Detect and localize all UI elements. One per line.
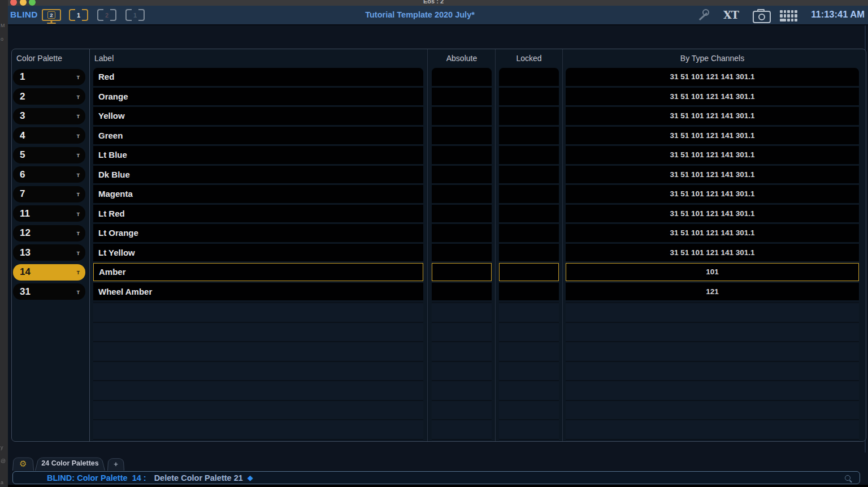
by-type-cell[interactable]: 31 51 101 121 141 301.1 bbox=[566, 68, 859, 86]
locked-cell[interactable] bbox=[499, 205, 559, 223]
by-type-cell[interactable]: 31 51 101 121 141 301.1 bbox=[566, 88, 859, 106]
absolute-cell[interactable] bbox=[432, 68, 492, 86]
column-header-absolute: Absolute bbox=[432, 53, 492, 64]
absolute-cell[interactable] bbox=[432, 263, 492, 281]
eos-screen: M o y @ a Eos : 2 BLIND 2 1 2 1 Tutorial… bbox=[0, 0, 868, 487]
search-icon[interactable] bbox=[845, 475, 850, 481]
absolute-cell[interactable] bbox=[432, 244, 492, 262]
by-type-cell[interactable]: 31 51 101 121 141 301.1 bbox=[566, 107, 859, 125]
add-tab-button[interactable]: + bbox=[107, 457, 124, 471]
absolute-cell[interactable] bbox=[432, 127, 492, 145]
window-title: Eos : 2 bbox=[423, 0, 444, 5]
by-type-cell[interactable]: 31 51 101 121 141 301.1 bbox=[566, 205, 859, 223]
palette-number-pill[interactable]: 14T bbox=[13, 264, 85, 281]
locked-cell[interactable] bbox=[499, 224, 559, 242]
close-window-button[interactable] bbox=[10, 0, 17, 6]
locked-cell[interactable] bbox=[499, 185, 559, 203]
absolute-cell[interactable] bbox=[432, 146, 492, 164]
command-prefix: BLIND: Color Palette 14 : bbox=[47, 473, 146, 482]
locked-cell[interactable] bbox=[499, 127, 559, 145]
label-cell[interactable]: Lt Blue bbox=[93, 146, 423, 164]
type-flag: T bbox=[77, 289, 80, 295]
palette-number-pill[interactable]: 6T bbox=[13, 166, 85, 183]
palette-number-pill[interactable]: 3T bbox=[13, 108, 85, 124]
type-flag: T bbox=[77, 270, 80, 275]
wand-icon[interactable] bbox=[697, 9, 710, 21]
palette-number-pill[interactable]: 7T bbox=[13, 186, 85, 202]
label-cell[interactable]: Dk Blue bbox=[93, 166, 423, 184]
label-cell[interactable]: Orange bbox=[93, 88, 423, 106]
frame-icon[interactable]: 1 bbox=[69, 9, 88, 21]
xt-swap-icon[interactable]: XT bbox=[723, 8, 739, 21]
by-type-cell[interactable]: 31 51 101 121 141 301.1 bbox=[566, 166, 859, 184]
monitor-icon[interactable]: 2 bbox=[42, 9, 61, 21]
type-flag: T bbox=[77, 231, 80, 236]
zoom-window-button[interactable] bbox=[29, 0, 36, 6]
label-cell[interactable]: Magenta bbox=[93, 185, 423, 203]
locked-cell[interactable] bbox=[499, 166, 559, 184]
column-divider bbox=[427, 49, 428, 441]
locked-cell[interactable] bbox=[499, 263, 559, 281]
column-divider bbox=[495, 49, 496, 441]
column-header-locked: Locked bbox=[499, 53, 559, 64]
edge-glyph: @ bbox=[1, 458, 6, 464]
type-flag: T bbox=[77, 250, 80, 256]
palette-number-pill[interactable]: 4T bbox=[13, 127, 85, 144]
label-cell[interactable]: Red bbox=[93, 68, 423, 86]
minimize-window-button[interactable] bbox=[20, 0, 27, 6]
absolute-cell[interactable] bbox=[432, 166, 492, 184]
command-line-input[interactable]: BLIND: Color Palette 14 : Delete Color P… bbox=[12, 471, 860, 484]
label-cell[interactable]: Wheel Amber bbox=[93, 283, 423, 301]
clock: 11:13:41 AM bbox=[811, 9, 865, 20]
locked-cell[interactable] bbox=[499, 244, 559, 262]
plus-icon: + bbox=[107, 457, 124, 471]
by-type-cell[interactable]: 101 bbox=[566, 263, 859, 281]
by-type-cell[interactable]: 31 51 101 121 141 301.1 bbox=[566, 127, 859, 145]
label-cell[interactable]: Green bbox=[93, 127, 423, 145]
absolute-cell[interactable] bbox=[432, 224, 492, 242]
by-type-cell[interactable]: 121 bbox=[566, 283, 859, 301]
label-cell[interactable]: Lt Orange bbox=[93, 224, 423, 242]
by-type-cell[interactable]: 31 51 101 121 141 301.1 bbox=[566, 146, 859, 164]
empty-grid-cell bbox=[566, 419, 859, 439]
type-flag: T bbox=[77, 192, 80, 197]
by-type-cell[interactable]: 31 51 101 121 141 301.1 bbox=[566, 185, 859, 203]
empty-grid-cell bbox=[93, 361, 423, 381]
frame-icon-inactive[interactable]: 1 bbox=[125, 9, 145, 21]
frame-icon-inactive[interactable]: 2 bbox=[97, 9, 116, 21]
palette-number-pill[interactable]: 11T bbox=[13, 205, 85, 222]
palette-number-pill[interactable]: 1T bbox=[13, 69, 85, 85]
by-type-cell[interactable]: 31 51 101 121 141 301.1 bbox=[566, 244, 859, 262]
palette-number-pill[interactable]: 5T bbox=[13, 147, 85, 163]
palette-number-pill[interactable]: 2T bbox=[13, 88, 85, 105]
palette-number-pill[interactable]: 13T bbox=[13, 244, 85, 261]
absolute-cell[interactable] bbox=[432, 283, 492, 301]
virtual-keyboard-icon[interactable] bbox=[780, 10, 797, 21]
locked-cell[interactable] bbox=[499, 88, 559, 106]
camera-snapshot-icon[interactable] bbox=[753, 11, 771, 23]
label-cell[interactable]: Lt Yellow bbox=[93, 244, 423, 262]
empty-grid-cell bbox=[499, 419, 559, 439]
absolute-cell[interactable] bbox=[432, 107, 492, 125]
empty-grid-cell bbox=[432, 380, 492, 400]
label-cell[interactable]: Yellow bbox=[93, 107, 423, 125]
by-type-cell[interactable]: 31 51 101 121 141 301.1 bbox=[566, 224, 859, 242]
palette-number-pill[interactable]: 12T bbox=[13, 225, 85, 242]
empty-grid-cell bbox=[93, 380, 423, 400]
tab-color-palettes[interactable]: 24 Color Palettes bbox=[35, 456, 105, 471]
locked-cell[interactable] bbox=[499, 68, 559, 86]
empty-grid-cell bbox=[566, 380, 859, 400]
palette-number: 31 bbox=[20, 286, 31, 298]
locked-cell[interactable] bbox=[499, 146, 559, 164]
empty-grid-cell bbox=[432, 341, 492, 361]
label-cell[interactable]: Amber bbox=[93, 263, 423, 281]
absolute-cell[interactable] bbox=[432, 205, 492, 223]
label-cell[interactable]: Lt Red bbox=[93, 205, 423, 223]
locked-cell[interactable] bbox=[499, 107, 559, 125]
absolute-cell[interactable] bbox=[432, 88, 492, 106]
locked-cell[interactable] bbox=[499, 283, 559, 301]
frame-number: 2 bbox=[97, 11, 116, 18]
palette-number-pill[interactable]: 31T bbox=[13, 283, 85, 300]
absolute-cell[interactable] bbox=[432, 185, 492, 203]
tab-settings[interactable]: ⚙ bbox=[12, 456, 34, 471]
